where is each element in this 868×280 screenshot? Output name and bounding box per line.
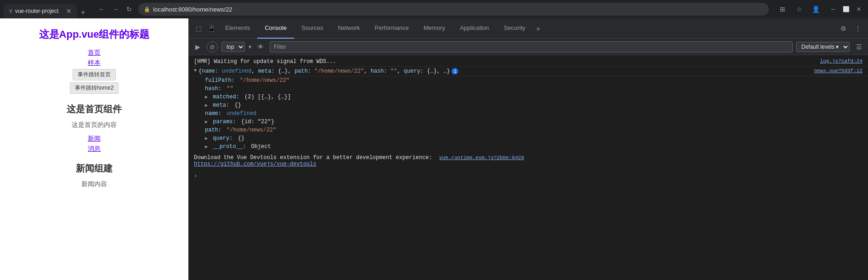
tab-more[interactable]: »: [533, 25, 544, 32]
hmr-message-text: [HMR] Waiting for update signal from WDS…: [194, 58, 336, 65]
tab-sources[interactable]: Sources: [294, 18, 331, 39]
hash-key: hash:: [205, 86, 221, 92]
params-key: params:: [213, 119, 236, 125]
proto-key: __proto__:: [213, 143, 246, 150]
browser-actions: ⊞ ☆ 👤: [776, 3, 822, 16]
devtools-panel: ⬚ 📱 Elements Console Sources Network Per…: [188, 18, 868, 280]
messages-link[interactable]: 消息: [88, 145, 101, 153]
tab-elements[interactable]: Elements: [218, 18, 257, 39]
params-value: {id: "22"}: [241, 119, 274, 125]
path-value: "/home/news/22": [227, 127, 276, 133]
devtools-inspect-button[interactable]: ⬚: [192, 22, 205, 35]
tab-close-btn[interactable]: ✕: [66, 7, 72, 15]
matched-expand-btn[interactable]: ▶: [205, 95, 208, 100]
home-link[interactable]: 首页: [88, 49, 101, 57]
devtools-toolbar: ⬚ 📱 Elements Console Sources Network Per…: [188, 18, 868, 39]
tree-path: path: "/home/news/22": [188, 126, 868, 134]
path-key: path:: [205, 127, 221, 133]
tab-bar: V vue-router-project ✕ +: [4, 0, 89, 18]
app-title: 这是App.vue组件的标题: [14, 28, 175, 41]
nav-links: 首页 样本 事件跳转首页 事件跳转home2: [14, 49, 175, 94]
context-dropdown-icon: ▾: [249, 44, 251, 50]
bookmark-button[interactable]: ☆: [793, 3, 806, 16]
tree-query: ▶ query: {}: [188, 134, 868, 143]
console-context-select[interactable]: top: [221, 42, 245, 52]
close-button[interactable]: ✕: [853, 4, 864, 15]
forward-button[interactable]: →: [110, 4, 121, 15]
new-tab-button[interactable]: +: [77, 6, 89, 18]
console-input[interactable]: [201, 173, 862, 179]
maximize-button[interactable]: ⬜: [840, 4, 851, 15]
window-controls: ─ ⬜ ✕: [828, 4, 864, 15]
page-content: 这是App.vue组件的标题 首页 样本 事件跳转首页 事件跳转home2 这是…: [0, 18, 188, 280]
news-section-title: 新闻组建: [14, 162, 175, 175]
download-text: Download the Vue Devtools extension for …: [194, 154, 432, 161]
object-source-link[interactable]: news.vue?5d3f:12: [814, 68, 862, 74]
tab-memory[interactable]: Memory: [416, 18, 453, 39]
tab-title: vue-router-project: [15, 8, 63, 14]
devtools-settings-button[interactable]: ⚙: [837, 22, 850, 35]
console-eye-button[interactable]: 👁: [255, 41, 266, 52]
console-prompt: ›: [194, 173, 197, 179]
devtools-download-link[interactable]: https://github.com/vuejs/vue-devtools: [194, 161, 316, 167]
matched-key: matched:: [213, 94, 239, 100]
meta-expand-btn[interactable]: ▶: [205, 103, 208, 108]
home-section-content: 这是首页的内容: [14, 121, 175, 129]
browser-tab[interactable]: V vue-router-project ✕: [4, 4, 77, 18]
sample-link[interactable]: 样本: [88, 59, 101, 67]
tree-fullpath: fullPath: "/home/news/22": [188, 76, 868, 85]
home-section-title: 这是首页组件: [14, 103, 175, 115]
account-button[interactable]: 👤: [809, 3, 822, 16]
console-run-button[interactable]: ▶: [192, 41, 203, 52]
back-button[interactable]: ←: [96, 4, 107, 15]
address-bar[interactable]: 🔒 localhost:8080/home/news/22: [138, 3, 769, 16]
console-input-line: ›: [188, 171, 868, 181]
tree-name: name: undefined: [188, 109, 868, 118]
address-text: localhost:8080/home/news/22: [153, 6, 232, 13]
devtools-more-button[interactable]: ⋮: [851, 22, 864, 35]
tree-proto: ▶ __proto__: Object: [188, 143, 868, 151]
console-line-download: Download the Vue Devtools extension for …: [188, 151, 868, 171]
tree-matched: ▶ matched: (2) [{…}, {…}]: [188, 93, 868, 101]
tab-security[interactable]: Security: [496, 18, 533, 39]
object-preview-text: {name: undefined, meta: {…}, path: "/hom…: [199, 68, 450, 74]
browser-controls: ← → ↻: [96, 4, 135, 15]
tab-console[interactable]: Console: [257, 18, 294, 39]
devtools-device-button[interactable]: 📱: [205, 22, 218, 35]
meta-key: meta:: [213, 102, 229, 109]
console-clear-button[interactable]: ⊘: [207, 41, 218, 52]
console-sidebar-button[interactable]: ☰: [853, 41, 864, 52]
query-expand-btn[interactable]: ▶: [205, 136, 208, 141]
console-filter-input[interactable]: [270, 41, 793, 52]
lock-icon: 🔒: [144, 6, 150, 12]
fullpath-value: "/home/news/22": [240, 77, 289, 84]
extension-button[interactable]: ⊞: [776, 3, 789, 16]
jump-home-button[interactable]: 事件跳转首页: [73, 69, 116, 80]
matched-value: (2) [{…}, {…}]: [244, 94, 291, 100]
hash-value: "": [227, 86, 233, 92]
tab-favicon: V: [9, 9, 12, 14]
console-line-hmr: [HMR] Waiting for update signal from WDS…: [188, 57, 868, 67]
tree-hash: hash: "": [188, 85, 868, 93]
hmr-source-link[interactable]: log.js?1afd:24: [820, 58, 862, 64]
tree-meta: ▶ meta: {}: [188, 101, 868, 109]
tab-network[interactable]: Network: [331, 18, 368, 39]
object-expand-btn[interactable]: ▼: [194, 68, 197, 73]
news-link[interactable]: 新闻: [88, 135, 101, 143]
devtools-tabs: Elements Console Sources Network Perform…: [218, 18, 837, 39]
download-source-link[interactable]: vue.runtime.esm.js?2b0e:8429: [439, 155, 524, 160]
news-links: 新闻 消息: [14, 135, 175, 153]
query-key: query:: [213, 135, 233, 142]
tab-application[interactable]: Application: [453, 18, 497, 39]
query-value: {}: [238, 135, 244, 142]
tab-performance[interactable]: Performance: [367, 18, 416, 39]
minimize-button[interactable]: ─: [828, 4, 839, 15]
refresh-button[interactable]: ↻: [124, 4, 135, 15]
console-levels-select[interactable]: Default levels ▾: [796, 42, 850, 52]
info-icon: i: [452, 68, 458, 74]
proto-expand-btn[interactable]: ▶: [205, 144, 208, 149]
console-line-object: ▼ {name: undefined, meta: {…}, path: "/h…: [188, 67, 868, 76]
jump-home2-button[interactable]: 事件跳转home2: [70, 82, 119, 94]
fullpath-key: fullPath:: [205, 77, 235, 84]
params-expand-btn[interactable]: ▶: [205, 120, 208, 125]
